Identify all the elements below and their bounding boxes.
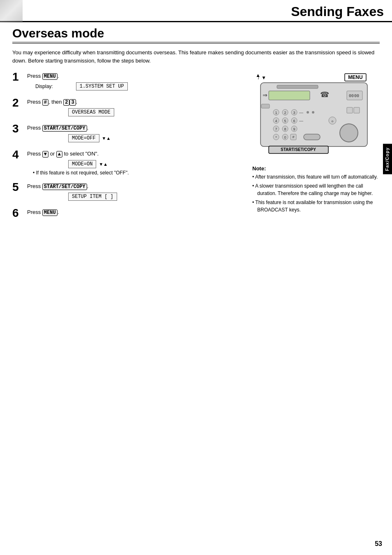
svg-text:00: 00: [354, 94, 359, 98]
svg-text:*: *: [275, 135, 277, 139]
step-4-display-box: MODE=ON: [68, 160, 96, 168]
step-2-display-box: OVERSEAS MODE: [68, 108, 114, 116]
right-column: ▼ / ▲ MENU ⇒ ☎: [248, 71, 380, 225]
step-4-if-note: • If this feature is not required, selec…: [33, 170, 240, 176]
svg-text:▲: ▲: [256, 72, 261, 78]
step-6-instruction: Press MENU.: [27, 207, 240, 216]
svg-rect-23: [347, 107, 353, 113]
step-number-1: 1: [12, 71, 24, 83]
step-3-instruction: Press START/SET/COPY.: [27, 123, 240, 132]
svg-text:MENU: MENU: [348, 74, 362, 80]
step-5-instruction: Press START/SET/COPY.: [27, 181, 240, 190]
step-5: 5 Press START/SET/COPY. SETUP ITEM [ ]: [12, 181, 240, 202]
step-3-display-box: MODE=OFF: [68, 134, 99, 142]
step-3: 3 Press START/SET/COPY. MODE=OFF ▼▲: [12, 123, 240, 143]
fax-machine-svg: ▼ / ▲ MENU ⇒ ☎: [256, 71, 376, 160]
page-header: Sending Faxes: [0, 0, 392, 22]
corner-decoration: [0, 0, 23, 23]
note-section: Note: After transmission, this feature w…: [252, 165, 380, 214]
down-arrow-key: ▼: [42, 151, 48, 158]
svg-text:9: 9: [293, 127, 295, 131]
step-1-content: Press MENU. Display: 1.SYSTEM SET UP: [27, 71, 240, 91]
step-2-content: Press #, then 23. OVERSEAS MODE: [27, 97, 240, 117]
svg-point-21: [307, 111, 309, 114]
svg-rect-13: [261, 104, 270, 108]
step-4: 4 Press ▼ or ▲ to select "ON". MODE=ON ▼…: [12, 149, 240, 176]
svg-text:#: #: [292, 135, 294, 139]
svg-text:⇒: ⇒: [263, 92, 267, 98]
up-arrow-key: ▲: [56, 151, 62, 158]
step-4-content: Press ▼ or ▲ to select "ON". MODE=ON ▼▲ …: [27, 149, 240, 176]
note-item-3: This feature is not available for transm…: [252, 199, 380, 214]
step-number-6: 6: [12, 207, 24, 219]
svg-text:☎: ☎: [320, 91, 329, 99]
two-column-layout: 1 Press MENU. Display: 1.SYSTEM SET UP 2: [12, 71, 380, 225]
step-2-instruction: Press #, then 23.: [27, 97, 240, 106]
note-title: Note:: [252, 165, 380, 172]
svg-text:3: 3: [293, 111, 295, 115]
note-item-2: A slower transmission speed will lengthe…: [252, 182, 380, 197]
svg-text:00: 00: [349, 94, 354, 98]
svg-text:1: 1: [275, 111, 277, 115]
step-3-content: Press START/SET/COPY. MODE=OFF ▼▲: [27, 123, 240, 143]
hash-key: #: [42, 99, 48, 106]
step-1-display-row: Display: 1.SYSTEM SET UP: [27, 81, 240, 91]
menu-key: MENU: [42, 73, 58, 80]
step-6-content: Press MENU.: [27, 207, 240, 218]
menu-key-6: MENU: [42, 209, 58, 216]
note-list: After transmission, this feature will tu…: [252, 173, 380, 214]
note-item-1: After transmission, this feature will tu…: [252, 173, 380, 181]
svg-text:0: 0: [284, 135, 286, 139]
svg-text:—: —: [299, 118, 303, 123]
svg-rect-47: [304, 134, 320, 140]
svg-text:6: 6: [293, 119, 295, 123]
step-4-instruction: Press ▼ or ▲ to select "ON".: [27, 149, 240, 158]
page-number: 53: [375, 540, 382, 548]
fax-diagram: ▼ / ▲ MENU ⇒ ☎: [252, 71, 380, 160]
intro-text: You may experience difficulty when trans…: [12, 49, 380, 65]
svg-rect-24: [354, 107, 360, 113]
step-6: 6 Press MENU.: [12, 207, 240, 219]
step-1-display-box: 1.SYSTEM SET UP: [76, 82, 128, 91]
step-5-display-box: SETUP ITEM [ ]: [68, 193, 117, 201]
svg-text:5: 5: [284, 119, 286, 123]
key-3: 3: [69, 99, 76, 106]
svg-rect-6: [277, 85, 318, 88]
step-2: 2 Press #, then 23. OVERSEAS MODE: [12, 97, 240, 117]
svg-text:7: 7: [275, 127, 277, 131]
svg-point-46: [340, 124, 358, 142]
step-1-instruction: Press MENU.: [27, 71, 240, 80]
key-2: 2: [63, 99, 69, 106]
start-set-copy-key-5: START/SET/COPY: [42, 183, 87, 190]
svg-rect-7: [269, 91, 310, 100]
step-number-2: 2: [12, 97, 24, 109]
start-set-copy-key-3: START/SET/COPY: [42, 125, 87, 132]
main-content: Overseas mode You may experience difficu…: [0, 22, 392, 237]
svg-text:▼: ▼: [261, 75, 266, 81]
step-1: 1 Press MENU. Display: 1.SYSTEM SET UP: [12, 71, 240, 91]
step-number-5: 5: [12, 181, 24, 193]
step-1-display-label: Display:: [35, 84, 53, 89]
step-number-4: 4: [12, 149, 24, 160]
svg-text:2: 2: [284, 111, 286, 115]
steps-column: 1 Press MENU. Display: 1.SYSTEM SET UP 2: [12, 71, 240, 225]
step-5-content: Press START/SET/COPY. SETUP ITEM [ ]: [27, 181, 240, 202]
step-number-3: 3: [12, 123, 24, 135]
triangle-arrows-4: ▼▲: [99, 162, 108, 167]
svg-text:o: o: [332, 119, 334, 123]
page-title: Sending Faxes: [291, 4, 384, 19]
triangle-arrows-3: ▼▲: [102, 136, 111, 141]
svg-point-22: [312, 111, 314, 114]
section-title: Overseas mode: [12, 26, 380, 44]
svg-text:4: 4: [275, 119, 277, 123]
svg-text:8: 8: [284, 127, 286, 131]
svg-text:START/SET/COPY: START/SET/COPY: [281, 147, 316, 152]
side-tab: Fax/Copy: [383, 144, 392, 174]
svg-text:—: —: [299, 110, 303, 115]
